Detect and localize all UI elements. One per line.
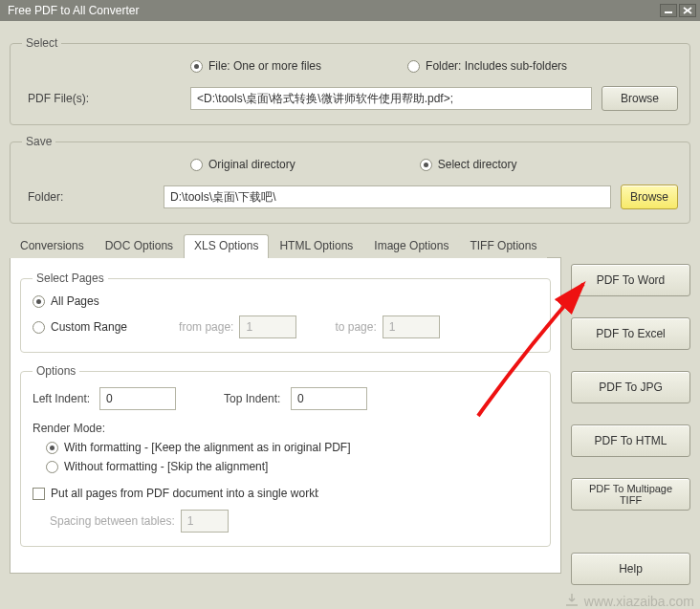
pdf-to-tiff-button[interactable]: PDF To Multipage TIFF <box>571 478 690 511</box>
file-radio-label: File: One or more files <box>208 59 321 73</box>
tab-xls-options[interactable]: XLS Options <box>184 234 269 258</box>
original-dir-radio[interactable]: Original directory <box>190 158 295 171</box>
tab-tiff-options[interactable]: TIFF Options <box>459 234 547 258</box>
action-buttons: PDF To Word PDF To Excel PDF To JPG PDF … <box>571 233 690 585</box>
watermark-text: www.xiazaiba.com <box>584 594 694 609</box>
pdf-files-input[interactable] <box>190 87 592 110</box>
single-workbook-check[interactable]: Put all pages from PDF document into a s… <box>33 487 318 500</box>
select-pages-legend: Select Pages <box>33 272 108 285</box>
from-page-input[interactable] <box>239 315 296 338</box>
with-formatting-radio[interactable]: With formatting - [Keep the alignment as… <box>46 441 350 454</box>
spacing-label: Spacing between tables: <box>50 514 175 528</box>
folder-radio-label: Folder: Includes sub-folders <box>426 59 567 73</box>
save-legend: Save <box>22 135 55 148</box>
xls-options-panel: Select Pages All Pages Custom Range from… <box>10 258 561 574</box>
top-indent-input[interactable] <box>291 387 367 410</box>
select-group: Select File: One or more files Folder: I… <box>10 36 690 125</box>
all-pages-label: All Pages <box>51 294 99 308</box>
minimize-button[interactable] <box>660 4 677 17</box>
folder-input[interactable] <box>164 185 611 208</box>
custom-range-label: Custom Range <box>51 320 127 334</box>
tab-html-options[interactable]: HTML Options <box>269 234 363 258</box>
to-page-label: to page: <box>335 320 376 334</box>
pdf-to-html-button[interactable]: PDF To HTML <box>571 424 690 457</box>
with-formatting-label: With formatting - [Keep the alignment as… <box>64 441 350 454</box>
from-page-label: from page: <box>179 320 233 334</box>
all-pages-radio[interactable]: All Pages <box>33 294 99 308</box>
download-icon <box>563 592 580 609</box>
to-page-input[interactable] <box>383 315 440 338</box>
pdf-to-excel-button[interactable]: PDF To Excel <box>571 317 690 350</box>
without-formatting-radio[interactable]: Without formatting - [Skip the alignment… <box>46 460 268 473</box>
save-group: Save Original directory Select directory… <box>10 135 690 224</box>
file-radio[interactable]: File: One or more files <box>190 59 321 73</box>
browse-folder-button[interactable]: Browse <box>621 185 678 209</box>
pdf-to-word-button[interactable]: PDF To Word <box>571 264 690 296</box>
tab-doc-options[interactable]: DOC Options <box>95 234 184 258</box>
single-workbook-label: Put all pages from PDF document into a s… <box>51 487 318 500</box>
without-formatting-label: Without formatting - [Skip the alignment… <box>64 460 268 473</box>
options-group: Options Left Indent: Top Indent: Render … <box>20 364 551 547</box>
original-dir-label: Original directory <box>208 158 295 171</box>
options-tabstrip: Conversions DOC Options XLS Options HTML… <box>10 233 561 258</box>
select-legend: Select <box>22 36 61 50</box>
spacing-input[interactable] <box>181 510 229 533</box>
select-dir-radio[interactable]: Select directory <box>420 158 517 171</box>
render-mode-label: Render Mode: <box>33 422 538 435</box>
watermark: www.xiazaiba.com <box>563 571 694 609</box>
tab-conversions[interactable]: Conversions <box>10 234 95 258</box>
options-legend: Options <box>33 364 79 378</box>
folder-radio[interactable]: Folder: Includes sub-folders <box>407 59 567 73</box>
pdf-to-jpg-button[interactable]: PDF To JPG <box>571 371 690 403</box>
custom-range-radio[interactable]: Custom Range <box>33 320 127 334</box>
select-dir-label: Select directory <box>438 158 517 171</box>
window-title: Free PDF to All Converter <box>8 4 658 17</box>
left-indent-input[interactable] <box>99 387 176 410</box>
browse-pdf-button[interactable]: Browse <box>602 86 678 111</box>
close-button[interactable] <box>679 4 696 17</box>
title-bar: Free PDF to All Converter <box>0 0 700 21</box>
folder-label: Folder: <box>22 190 164 204</box>
select-pages-group: Select Pages All Pages Custom Range from… <box>20 272 551 353</box>
pdf-files-label: PDF File(s): <box>22 92 190 105</box>
tab-image-options[interactable]: Image Options <box>363 234 459 258</box>
top-indent-label: Top Indent: <box>224 392 291 405</box>
left-indent-label: Left Indent: <box>33 392 99 405</box>
